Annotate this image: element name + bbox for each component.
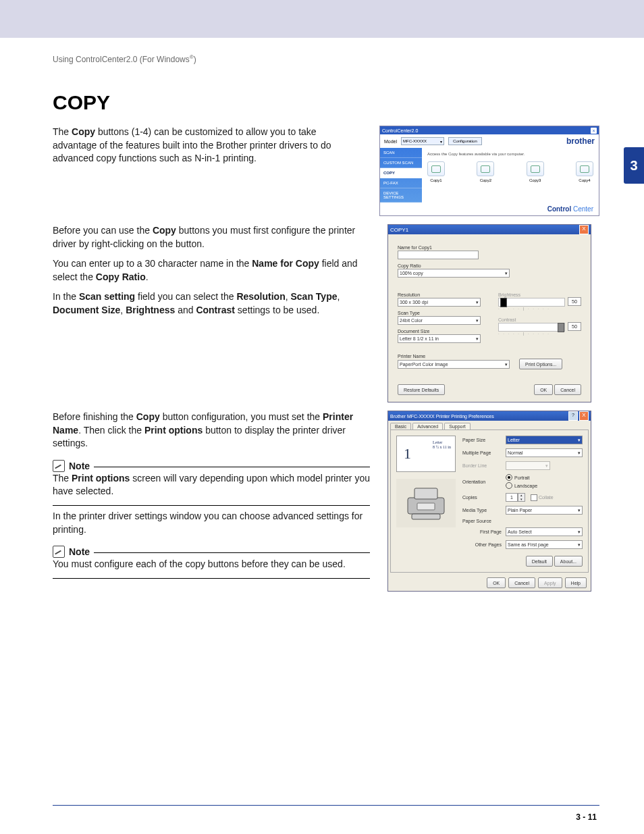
- cc-model-select[interactable]: MFC-XXXXX▾: [401, 137, 444, 145]
- cc-copy3-button[interactable]: Copy3: [527, 161, 544, 182]
- close-icon[interactable]: X: [579, 411, 589, 421]
- help-button[interactable]: Help: [565, 577, 587, 588]
- cc-title: ControlCenter2.0: [382, 128, 418, 133]
- contrast-slider[interactable]: [498, 323, 565, 332]
- note-icon: [53, 460, 65, 472]
- pp-title: Brother MFC-XXXXX Printer Printing Prefe…: [390, 414, 494, 419]
- paper-size-select[interactable]: Letter: [506, 436, 583, 444]
- print-options-button[interactable]: Print Options...: [519, 359, 562, 369]
- para-5: Before finishing the Copy button configu…: [53, 411, 370, 450]
- chapter-tab: 3: [624, 147, 644, 184]
- name-for-copy-input[interactable]: [398, 251, 479, 259]
- copy1-title: COPY1: [390, 227, 408, 233]
- contrast-value[interactable]: 50: [568, 322, 581, 331]
- page-preview: 1 Letter8 ½ x 11 in: [396, 436, 456, 472]
- multiple-page-select[interactable]: Normal: [506, 448, 583, 457]
- border-line-select: [506, 461, 550, 470]
- printer-icon: [396, 479, 456, 527]
- printer-name-select[interactable]: PaperPort Color Image: [398, 360, 510, 369]
- brightness-value[interactable]: 50: [568, 297, 581, 306]
- cc-copy2-button[interactable]: Copy2: [477, 161, 494, 182]
- cc-side-scan[interactable]: SCAN: [380, 148, 422, 158]
- copy-icon: [477, 161, 494, 176]
- default-button[interactable]: Default: [526, 556, 553, 567]
- brother-logo: brother: [566, 136, 595, 146]
- note-1: The Print options screen will vary depen…: [53, 472, 370, 498]
- media-type-select[interactable]: Plain Paper: [506, 506, 583, 515]
- note-2: You must configure each of the copy butt…: [53, 558, 370, 571]
- collate-checkbox: [531, 494, 537, 501]
- top-margin-bar: [0, 0, 644, 38]
- apply-button: Apply: [538, 577, 562, 588]
- cc-sidebar: SCAN CUSTOM SCAN COPY PC-FAX DEVICE SETT…: [380, 148, 422, 203]
- cc-footer: Control Center: [380, 203, 599, 215]
- svg-rect-2: [412, 514, 440, 519]
- svg-rect-1: [414, 488, 437, 499]
- contrast-label: Contrast: [498, 317, 581, 322]
- copy-icon: [576, 161, 593, 176]
- note-label: Note: [69, 546, 90, 557]
- resolution-select[interactable]: 300 x 300 dpi: [398, 298, 481, 307]
- copy-ratio-label: Copy Ratio: [398, 263, 581, 268]
- cc-side-custom-scan[interactable]: CUSTOM SCAN: [380, 158, 422, 168]
- cc-model-label: Model: [384, 139, 397, 144]
- close-icon[interactable]: ×: [591, 128, 597, 134]
- help-icon[interactable]: ?: [568, 411, 578, 421]
- note-label: Note: [69, 461, 90, 471]
- ok-button[interactable]: OK: [487, 577, 506, 588]
- tab-basic[interactable]: Basic: [390, 423, 411, 429]
- cc-copy1-button[interactable]: Copy1: [427, 161, 445, 182]
- para-4: In the Scan setting field you can select…: [53, 290, 370, 317]
- divider: [53, 505, 370, 506]
- copy-icon: [527, 161, 544, 176]
- cc-side-copy[interactable]: COPY: [380, 168, 422, 178]
- note-icon: [53, 546, 65, 558]
- scan-type-select[interactable]: 24bit Color: [398, 316, 481, 325]
- name-for-copy-label: Name for Copy1: [398, 245, 581, 250]
- tab-advanced[interactable]: Advanced: [412, 423, 443, 429]
- cc-side-device-settings[interactable]: DEVICE SETTINGS: [380, 188, 422, 203]
- cc-configuration-button[interactable]: Configuration: [448, 137, 482, 145]
- close-icon[interactable]: X: [579, 225, 589, 234]
- printing-preferences-dialog: Brother MFC-XXXXX Printer Printing Prefe…: [387, 411, 591, 592]
- svg-rect-3: [417, 503, 435, 510]
- about-button[interactable]: About...: [554, 556, 583, 567]
- copies-stepper[interactable]: 1▴▾: [506, 493, 525, 502]
- cc-side-pcfax[interactable]: PC-FAX: [380, 178, 422, 188]
- para-3: You can enter up to a 30 character name …: [53, 257, 370, 284]
- page-title: COPY: [53, 91, 599, 113]
- resolution-label: Resolution: [398, 292, 481, 297]
- cc-copy4-button[interactable]: Copy4: [576, 161, 593, 182]
- restore-defaults-button[interactable]: Restore Defaults: [398, 384, 445, 395]
- para-6: In the printer driver settings window yo…: [53, 510, 370, 536]
- brightness-label: Brightness: [498, 292, 581, 297]
- document-size-label: Document Size: [398, 329, 481, 334]
- other-pages-select[interactable]: Same as First page: [506, 540, 583, 549]
- copy-icon: [427, 161, 445, 176]
- footer-rule: [53, 805, 599, 806]
- brightness-slider[interactable]: [498, 298, 565, 307]
- tab-support[interactable]: Support: [444, 423, 471, 429]
- copy1-dialog: COPY1 X Name for Copy1 Copy Ratio 100% c…: [387, 224, 591, 402]
- controlcenter-window: ControlCenter2.0 × Model MFC-XXXXX▾ Conf…: [379, 126, 599, 216]
- orientation-landscape-radio[interactable]: Landscape: [506, 482, 583, 489]
- para-1: The Copy buttons (1-4) can be customized…: [53, 126, 362, 165]
- page-number: 3 - 11: [576, 812, 597, 822]
- para-2: Before you can use the Copy buttons you …: [53, 224, 370, 251]
- copy-ratio-select[interactable]: 100% copy: [398, 269, 510, 278]
- divider: [53, 578, 370, 579]
- cc-hint: Access the Copy features available via y…: [427, 152, 593, 156]
- ok-button[interactable]: OK: [534, 384, 553, 395]
- orientation-portrait-radio[interactable]: Portrait: [506, 474, 583, 481]
- printer-name-label: Printer Name: [398, 354, 581, 359]
- first-page-select[interactable]: Auto Select: [506, 527, 583, 536]
- document-size-select[interactable]: Letter 8 1/2 x 11 in: [398, 334, 481, 343]
- cancel-button[interactable]: Cancel: [554, 384, 581, 395]
- cancel-button[interactable]: Cancel: [508, 577, 535, 588]
- scan-type-label: Scan Type: [398, 311, 481, 315]
- running-head: Using ControlCenter2.0 (For Windows®): [53, 54, 599, 64]
